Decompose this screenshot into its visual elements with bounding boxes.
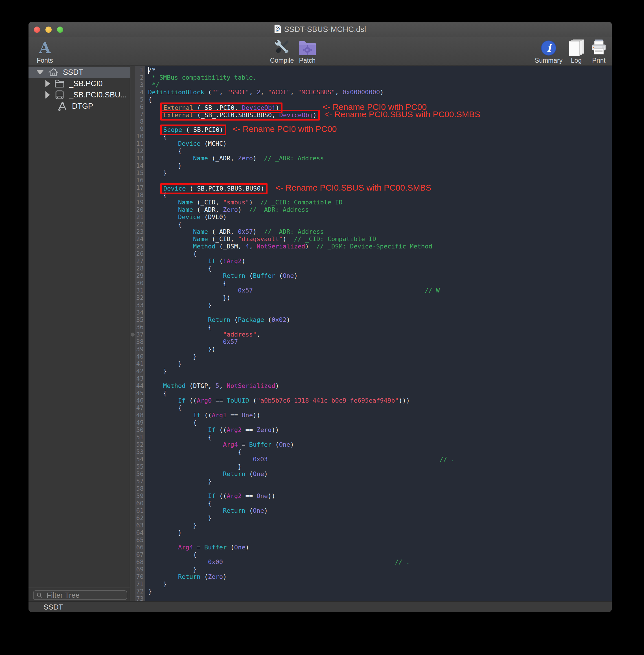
- code-line: {: [148, 265, 612, 272]
- code-line: }: [148, 353, 612, 360]
- code-line: Name (_ADR, Zero) // _ADR: Address: [148, 155, 612, 162]
- code-line: {: [148, 323, 612, 331]
- patch-highlight-box: Scope (_SB.PCI0): [160, 125, 226, 135]
- filter-tree-input[interactable]: [46, 591, 124, 600]
- line-number: 33: [135, 301, 145, 309]
- code-line: [148, 537, 612, 544]
- minimize-button[interactable]: [45, 26, 52, 33]
- line-number: 5: [135, 96, 145, 103]
- code-line: Return (Package (0x02): [148, 316, 612, 323]
- line-number: 23: [135, 228, 145, 235]
- code-line: * SMBus compatibility table.: [148, 74, 612, 81]
- disclosure-triangle-icon[interactable]: [45, 91, 50, 98]
- code-line: 0x57: [148, 338, 612, 345]
- line-number: 15: [135, 170, 145, 177]
- line-number: 42: [135, 367, 145, 375]
- method-icon: [57, 101, 68, 111]
- disclosure-triangle-icon[interactable]: [37, 70, 44, 74]
- code-line: }: [148, 588, 612, 595]
- code-line: }: [148, 514, 612, 522]
- line-number: 49: [135, 419, 145, 426]
- code-area[interactable]: /* * SMBus compatibility table. */Defini…: [145, 66, 612, 601]
- line-number: 56: [135, 470, 145, 478]
- code-line: If ((Arg2 == One)): [148, 492, 612, 500]
- code-line: {: [148, 551, 612, 559]
- code-line: {: [148, 279, 612, 287]
- zoom-button[interactable]: [57, 26, 63, 33]
- code-line: Arg4 = Buffer (One): [148, 544, 612, 551]
- line-number: 19: [135, 199, 145, 206]
- code-line: DefinitionBlock ("", "SSDT", 2, "ACDT", …: [148, 89, 612, 96]
- code-line: Method (_DSM, 4, NotSerialized) // _DSM:…: [148, 243, 612, 250]
- title-bar[interactable]: DSL SSDT-SBUS-MCHC.dsl: [28, 22, 612, 37]
- ssdt-tree: SSDT_SB.PCI0_SB.PCI0.SBU...DTGP: [28, 66, 130, 588]
- disclosure-triangle-icon[interactable]: [45, 80, 50, 87]
- code-line: Return (One): [148, 470, 612, 478]
- line-number: 41: [135, 360, 145, 367]
- code-line: }: [148, 566, 612, 573]
- line-number: 17: [135, 184, 145, 191]
- line-number: 69: [135, 566, 145, 573]
- code-line: {: [148, 448, 612, 456]
- line-number: 24: [135, 235, 145, 243]
- code-line: }: [148, 581, 612, 588]
- code-line: }: [148, 463, 612, 470]
- code-line: [148, 595, 612, 601]
- line-number: 37: [135, 331, 145, 338]
- code-line: {: [148, 148, 612, 155]
- document-icon[interactable]: DSL: [274, 25, 281, 35]
- line-number: 43: [135, 375, 145, 382]
- patch-folder-icon: [298, 37, 317, 56]
- line-number: 13: [135, 155, 145, 162]
- code-line: }: [148, 478, 612, 485]
- line-number: 29: [135, 272, 145, 279]
- line-number: 55: [135, 463, 145, 470]
- line-number: 4: [135, 89, 145, 96]
- code-line: Name (_CID, "diagsvault") // _CID: Compa…: [148, 235, 612, 243]
- printer-icon: [590, 37, 607, 56]
- line-number: 52: [135, 441, 145, 448]
- close-button[interactable]: [34, 26, 40, 33]
- line-number: 50: [135, 426, 145, 434]
- line-number: 12: [135, 148, 145, 155]
- print-label: Print: [592, 57, 605, 64]
- line-number: 65: [135, 537, 145, 544]
- code-line: }: [148, 367, 612, 375]
- fonts-button[interactable]: A Fonts: [28, 37, 69, 66]
- line-number: 34: [135, 309, 145, 316]
- print-button[interactable]: Print: [575, 37, 612, 66]
- line-number: 20: [135, 206, 145, 213]
- fonts-label: Fonts: [37, 57, 53, 64]
- code-line: {: [148, 221, 612, 228]
- patch-highlight-box: Device (_SB.PCI0.SBUS.BUS0): [160, 183, 268, 194]
- line-number: 67: [135, 551, 145, 559]
- folder-icon: [54, 79, 65, 88]
- line-number: 3: [135, 81, 145, 89]
- code-line: }: [148, 301, 612, 309]
- line-number: 59: [135, 492, 145, 500]
- sidebar-item-dtgp[interactable]: DTGP: [28, 100, 130, 112]
- code-line: Return (Buffer (One): [148, 272, 612, 279]
- code-editor: 1234567891011121314151617181920212223242…: [130, 66, 612, 601]
- line-marker-dot[interactable]: [131, 333, 135, 337]
- line-number: 8: [135, 118, 145, 126]
- tree-item-label: _SB.PCI0: [69, 79, 103, 88]
- line-number: 2: [135, 74, 145, 81]
- patch-button[interactable]: Patch: [283, 37, 331, 66]
- sidebar-item--sb-pci0[interactable]: _SB.PCI0: [28, 78, 130, 89]
- code-line: {: [148, 404, 612, 412]
- code-line: If ((Arg2 == Zero)): [148, 426, 612, 434]
- sidebar-item-ssdt[interactable]: SSDT: [28, 67, 130, 78]
- search-icon: [37, 592, 43, 598]
- code-line: 0x03 // .: [148, 456, 612, 463]
- rename-annotation: <- Rename PCI0.SBUS with PC00.SMBS: [275, 183, 432, 192]
- sidebar-item--sb-pci0-sbu-[interactable]: _SB.PCI0.SBU...: [28, 89, 130, 100]
- line-number: 27: [135, 257, 145, 265]
- filter-field[interactable]: [33, 590, 127, 600]
- line-number: 63: [135, 522, 145, 529]
- code-line: {: [148, 390, 612, 397]
- code-line: Device (_SB.PCI0.SBUS.BUS0)<- Rename PCI…: [148, 184, 612, 191]
- line-number: 28: [135, 265, 145, 272]
- code-line: Device (DVL0): [148, 213, 612, 221]
- line-number: 26: [135, 250, 145, 257]
